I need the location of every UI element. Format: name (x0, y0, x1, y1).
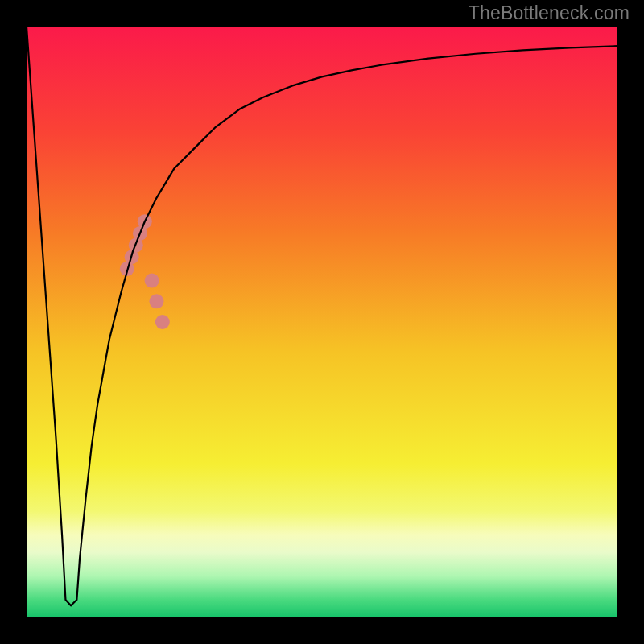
highlight-dot (145, 274, 159, 288)
watermark-text: TheBottleneck.com (469, 2, 630, 24)
plot-background (27, 27, 617, 617)
highlight-dot (149, 294, 163, 308)
bottleneck-chart (0, 0, 644, 644)
chart-container: TheBottleneck.com (0, 0, 644, 644)
highlight-dot (155, 315, 170, 329)
